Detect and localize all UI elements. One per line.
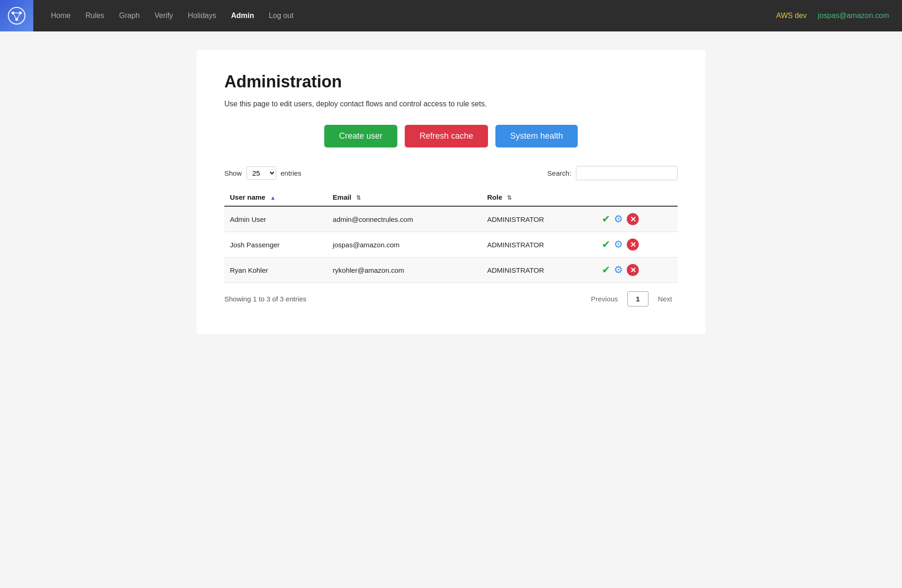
search-control: Search: bbox=[547, 166, 678, 180]
nav-holidays[interactable]: Holidays bbox=[181, 8, 222, 24]
col-username-label: User name bbox=[230, 193, 266, 201]
search-label: Search: bbox=[547, 169, 571, 177]
pagination-row: Showing 1 to 3 of 3 entries Previous 1 N… bbox=[224, 291, 678, 306]
navbar: Home Rules Graph Verify Holidays Admin L… bbox=[0, 0, 902, 31]
users-table: User name ▲ Email ⇅ Role ⇅ Admin User ad… bbox=[224, 189, 678, 283]
page-1-button[interactable]: 1 bbox=[627, 291, 649, 306]
next-button[interactable]: Next bbox=[652, 292, 678, 306]
logo[interactable] bbox=[0, 0, 33, 31]
nav-logout[interactable]: Log out bbox=[262, 8, 300, 24]
col-email-label: Email bbox=[333, 193, 351, 201]
cell-actions: ✔ ⚙ ✕ bbox=[596, 257, 678, 283]
previous-button[interactable]: Previous bbox=[585, 292, 623, 306]
table-row: Josh Passenger jospas@amazon.com ADMINIS… bbox=[224, 232, 678, 257]
action-buttons: Create user Refresh cache System health bbox=[224, 125, 678, 147]
entries-label: entries bbox=[281, 169, 302, 177]
check-icon[interactable]: ✔ bbox=[602, 264, 610, 276]
search-input[interactable] bbox=[576, 166, 678, 180]
cell-username: Ryan Kohler bbox=[224, 257, 327, 283]
check-icon[interactable]: ✔ bbox=[602, 239, 610, 251]
show-label: Show bbox=[224, 169, 242, 177]
cell-email: admin@connectrules.com bbox=[327, 206, 482, 232]
remove-icon[interactable]: ✕ bbox=[627, 239, 639, 251]
cell-role: ADMINISTRATOR bbox=[482, 206, 596, 232]
gear-icon[interactable]: ⚙ bbox=[614, 213, 623, 225]
col-role-label: Role bbox=[487, 193, 502, 201]
table-header-row: User name ▲ Email ⇅ Role ⇅ bbox=[224, 189, 678, 206]
page-description: Use this page to edit users, deploy cont… bbox=[224, 100, 678, 108]
pagination-controls: Previous 1 Next bbox=[585, 291, 678, 306]
nav-graph[interactable]: Graph bbox=[113, 8, 146, 24]
col-email[interactable]: Email ⇅ bbox=[327, 189, 482, 206]
nav-home[interactable]: Home bbox=[44, 8, 77, 24]
cell-email: rykohler@amazon.com bbox=[327, 257, 482, 283]
cell-actions: ✔ ⚙ ✕ bbox=[596, 206, 678, 232]
nav-rules[interactable]: Rules bbox=[79, 8, 111, 24]
remove-icon[interactable]: ✕ bbox=[627, 264, 639, 276]
show-entries-control: Show 10 25 50 100 entries bbox=[224, 166, 302, 180]
nav-right: AWS dev jospas@amazon.com bbox=[776, 12, 902, 20]
col-role[interactable]: Role ⇅ bbox=[482, 189, 596, 206]
nav-links: Home Rules Graph Verify Holidays Admin L… bbox=[33, 8, 776, 24]
col-username[interactable]: User name ▲ bbox=[224, 189, 327, 206]
nav-admin[interactable]: Admin bbox=[224, 8, 260, 24]
col-actions bbox=[596, 189, 678, 206]
cell-role: ADMINISTRATOR bbox=[482, 257, 596, 283]
svg-line-5 bbox=[13, 13, 17, 19]
gear-icon[interactable]: ⚙ bbox=[614, 264, 623, 276]
remove-icon[interactable]: ✕ bbox=[627, 213, 639, 225]
cell-actions: ✔ ⚙ ✕ bbox=[596, 232, 678, 257]
create-user-button[interactable]: Create user bbox=[324, 125, 397, 147]
nav-verify[interactable]: Verify bbox=[148, 8, 179, 24]
nav-environment: AWS dev bbox=[776, 12, 807, 20]
page-title: Administration bbox=[224, 72, 678, 92]
entries-select[interactable]: 10 25 50 100 bbox=[247, 166, 276, 180]
check-icon[interactable]: ✔ bbox=[602, 213, 610, 225]
table-row: Ryan Kohler rykohler@amazon.com ADMINIST… bbox=[224, 257, 678, 283]
system-health-button[interactable]: System health bbox=[495, 125, 578, 147]
svg-line-6 bbox=[17, 13, 20, 19]
sort-username-icon[interactable]: ▲ bbox=[270, 195, 276, 201]
cell-username: Josh Passenger bbox=[224, 232, 327, 257]
gear-icon[interactable]: ⚙ bbox=[614, 239, 623, 251]
main-content: Administration Use this page to edit use… bbox=[197, 50, 705, 334]
nav-user-email: jospas@amazon.com bbox=[818, 12, 889, 20]
sort-email-icon[interactable]: ⇅ bbox=[356, 195, 361, 201]
table-controls: Show 10 25 50 100 entries Search: bbox=[224, 166, 678, 180]
svg-point-0 bbox=[8, 7, 25, 24]
cell-email: jospas@amazon.com bbox=[327, 232, 482, 257]
table-row: Admin User admin@connectrules.com ADMINI… bbox=[224, 206, 678, 232]
showing-text: Showing 1 to 3 of 3 entries bbox=[224, 295, 307, 303]
cell-username: Admin User bbox=[224, 206, 327, 232]
table-body: Admin User admin@connectrules.com ADMINI… bbox=[224, 206, 678, 283]
cell-role: ADMINISTRATOR bbox=[482, 232, 596, 257]
sort-role-icon[interactable]: ⇅ bbox=[507, 195, 512, 201]
refresh-cache-button[interactable]: Refresh cache bbox=[405, 125, 488, 147]
